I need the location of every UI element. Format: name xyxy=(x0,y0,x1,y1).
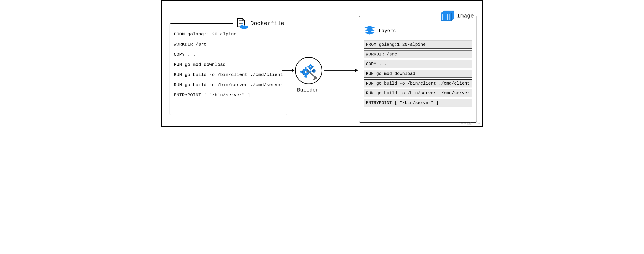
builder-circle xyxy=(295,57,322,84)
dockerfile-line: COPY . . xyxy=(174,52,283,57)
image-legend: Image xyxy=(438,10,476,21)
dockerfile-line: RUN go mod download xyxy=(174,62,283,67)
svg-point-26 xyxy=(310,66,311,68)
image-layer-row: FROM golang:1.20-alpine xyxy=(364,41,472,49)
svg-rect-24 xyxy=(308,66,308,67)
svg-marker-39 xyxy=(364,31,375,34)
svg-marker-29 xyxy=(441,13,452,21)
arrow-to-builder-icon xyxy=(282,68,294,73)
svg-rect-25 xyxy=(312,66,314,67)
dockerfile-line: WORKDIR /src xyxy=(174,42,283,47)
svg-rect-5 xyxy=(244,25,245,26)
layers-icon xyxy=(364,26,375,36)
builder-label: Builder xyxy=(295,87,321,93)
svg-rect-12 xyxy=(305,67,306,69)
svg-point-28 xyxy=(313,70,314,71)
svg-point-20 xyxy=(304,71,307,73)
dockerfile-line: FROM golang:1.20-alpine xyxy=(174,32,283,36)
image-title: Image xyxy=(457,13,474,19)
image-layer-row: COPY . . xyxy=(364,60,472,68)
svg-marker-8 xyxy=(292,69,294,72)
dockerfile-line: RUN go build -o /bin/client ./cmd/client xyxy=(174,73,283,77)
dockerfile-legend: Dockerfile xyxy=(233,18,287,29)
image-panel: Image Layers FROM golang:1.20-alpineWORK… xyxy=(359,10,477,123)
dockerfile-line: RUN go build -o /bin/server ./cmd/server xyxy=(174,83,283,87)
dockerfile-lines: FROM golang:1.20-alpineWORKDIR /srcCOPY … xyxy=(170,29,287,102)
svg-rect-3 xyxy=(240,25,242,26)
image-layer-row: WORKDIR /src xyxy=(364,50,472,58)
builder-block: Builder xyxy=(295,57,321,93)
layers-header: Layers xyxy=(359,21,476,38)
diagram-canvas: Dockerfile FROM golang:1.20-alpineWORKDI… xyxy=(161,0,483,127)
container-image-icon xyxy=(440,10,455,21)
image-layer-row: ENTRYPOINT [ "/bin/server" ] xyxy=(364,99,472,107)
svg-rect-23 xyxy=(310,69,311,70)
dockerfile-title: Dockerfile xyxy=(250,21,284,26)
svg-marker-10 xyxy=(355,69,358,72)
image-layer-row: RUN go mod download xyxy=(364,70,472,78)
gears-icon xyxy=(300,61,318,80)
dockerfile-panel: Dockerfile FROM golang:1.20-alpineWORKDI… xyxy=(170,18,287,115)
arrow-to-image-icon xyxy=(323,68,358,73)
image-layers: FROM golang:1.20-alpineWORKDIR /srcCOPY … xyxy=(359,38,476,111)
image-layer-row: RUN go build -o /bin/server ./cmd/server xyxy=(364,89,472,97)
svg-rect-22 xyxy=(310,64,311,65)
dockerfile-line: ENTRYPOINT [ "/bin/server" ] xyxy=(174,93,283,97)
svg-rect-4 xyxy=(242,25,243,26)
watermark-text: CSDN @蓝…2020 xyxy=(459,122,480,125)
dockerfile-icon xyxy=(234,18,248,29)
image-layer-row: RUN go build -o /bin/client ./cmd/client xyxy=(364,79,472,87)
layers-subheader: Layers xyxy=(379,28,396,34)
svg-rect-6 xyxy=(242,23,243,24)
